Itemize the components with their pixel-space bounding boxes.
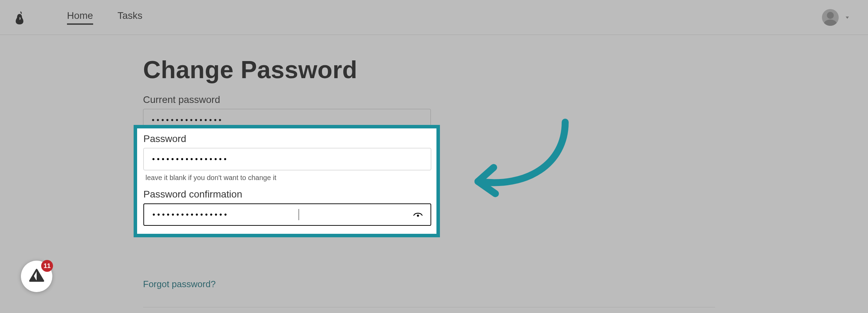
nav-links: Home Tasks	[67, 10, 142, 25]
avatar-icon	[823, 10, 838, 26]
password-label: Password	[143, 133, 430, 144]
pear-logo-icon	[14, 10, 25, 24]
nav-tasks[interactable]: Tasks	[118, 10, 143, 25]
forgot-password-link[interactable]: Forgot password?	[143, 279, 216, 290]
password-input[interactable]	[143, 148, 431, 170]
help-widget[interactable]: 11	[21, 261, 52, 292]
help-widget-icon	[29, 268, 45, 284]
text-caret	[299, 209, 299, 220]
current-password-label: Current password	[143, 94, 736, 105]
password-hint: leave it blank if you don't want to chan…	[145, 174, 430, 182]
confirm-password-label: Password confirmation	[143, 189, 430, 200]
highlight-box: Password leave it blank if you don't wan…	[134, 125, 440, 237]
nav-home[interactable]: Home	[67, 10, 93, 25]
brand-logo[interactable]	[14, 10, 25, 24]
svg-point-1	[417, 215, 419, 217]
top-nav: Home Tasks ▾	[0, 0, 868, 35]
divider	[143, 307, 715, 307]
annotation-arrow-icon	[461, 119, 576, 202]
page-title: Change Password	[143, 56, 736, 84]
user-menu-chevron-icon[interactable]: ▾	[846, 15, 849, 20]
nav-right: ▾	[822, 9, 854, 26]
user-avatar[interactable]	[822, 9, 839, 26]
reveal-password-icon[interactable]	[413, 210, 423, 219]
svg-point-0	[827, 12, 834, 19]
help-widget-badge: 11	[41, 260, 53, 272]
confirm-password-block: Password confirmation	[143, 189, 430, 226]
confirm-password-input[interactable]	[143, 203, 431, 226]
password-block: Password leave it blank if you don't wan…	[143, 133, 430, 182]
